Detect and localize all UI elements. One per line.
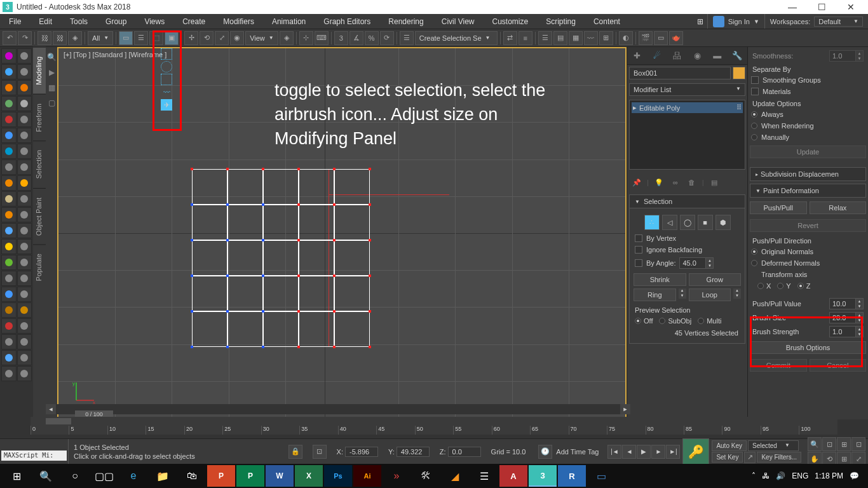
lock-icon[interactable]: 🔒 [288, 445, 302, 459]
tab-motion-icon[interactable]: ◉ [689, 49, 705, 63]
edit-named-sel-button[interactable]: ☰ [400, 31, 414, 45]
timeline-slider[interactable] [46, 418, 71, 424]
left-tool-icon[interactable] [1, 366, 17, 381]
close-button[interactable]: ✕ [836, 0, 865, 14]
by-angle-spinner[interactable]: ▲▼ [679, 257, 714, 269]
left-tool-icon[interactable] [17, 175, 32, 191]
menu-graph-editors[interactable]: Graph Editors [315, 14, 379, 29]
left-tool-icon[interactable] [17, 302, 32, 318]
left-tool-icon[interactable] [1, 350, 17, 365]
select-button[interactable]: ▭ [119, 31, 133, 45]
left-tool-icon[interactable] [17, 159, 32, 175]
relax-button[interactable]: Relax [810, 201, 867, 214]
grow-button[interactable]: Grow [689, 273, 742, 286]
taskview-button[interactable]: ▢▢ [90, 465, 118, 487]
coord-system-dropdown[interactable]: View▼ [245, 31, 278, 45]
snap-3d-button[interactable]: 3 [334, 31, 348, 45]
scene-explorer-button[interactable]: ▤ [553, 31, 567, 45]
app-icon[interactable]: ☰ [470, 465, 498, 487]
render-frame-button[interactable]: ▭ [654, 31, 668, 45]
vtab-populate[interactable]: Populate [33, 244, 46, 290]
lasso-icon[interactable]: 〰 [161, 86, 172, 98]
menu-file[interactable]: File [0, 14, 30, 29]
update-button[interactable]: Update [750, 146, 866, 158]
3dsmax-taskbar-icon[interactable]: 3 [529, 465, 557, 487]
bind-button[interactable]: ◈ [68, 31, 82, 45]
left-tool-icon[interactable] [1, 175, 17, 191]
ring-button[interactable]: Ring [634, 288, 676, 301]
ignore-backfacing-checkbox[interactable]: Ignore Backfacing [634, 244, 741, 255]
left-tool-icon[interactable] [17, 334, 32, 349]
store-icon[interactable]: 🛍 [178, 465, 206, 487]
menu-views[interactable]: Views [135, 14, 173, 29]
tab-modify-icon[interactable]: ☄ [649, 49, 665, 63]
key-filter-dropdown[interactable]: Selected▼ [748, 440, 799, 451]
goto-end-button[interactable]: ►| [666, 445, 680, 459]
left-tool-icon[interactable] [17, 80, 32, 95]
nav-icon[interactable]: ⊞ [837, 437, 851, 451]
redo-button[interactable]: ↷ [18, 31, 32, 45]
app-icon[interactable]: ▭ [587, 465, 615, 487]
nav-icon[interactable]: ⊡ [822, 437, 836, 451]
key-filters-button[interactable]: Key Filters... [757, 452, 801, 463]
left-tool-icon[interactable] [1, 287, 17, 302]
left-tool-icon[interactable] [1, 223, 17, 238]
grid-icon[interactable]: ▦ [47, 81, 56, 94]
render-button[interactable]: 🫖 [669, 31, 683, 45]
angle-snap-button[interactable]: ∡ [349, 31, 363, 45]
when-rendering-radio[interactable]: When Rendering [750, 120, 866, 132]
excel-icon[interactable]: X [295, 465, 323, 487]
left-tool-icon[interactable] [1, 159, 17, 175]
add-time-tag-button[interactable]: Add Time Tag [556, 448, 599, 456]
rotate-button[interactable]: ⟲ [200, 31, 214, 45]
select-name-button[interactable]: ☰ [134, 31, 148, 45]
modifier-list-dropdown[interactable]: Modifier List▼ [629, 83, 745, 96]
spinner-snap-button[interactable]: ⟳ [380, 31, 394, 45]
app-icon[interactable]: ◢ [441, 465, 469, 487]
material-editor-button[interactable]: ◐ [619, 31, 633, 45]
preview-off-radio[interactable]: Off [635, 317, 653, 325]
move-button[interactable]: ✢ [184, 31, 198, 45]
left-tool-icon[interactable] [17, 223, 32, 238]
ribbon-button[interactable]: ▦ [569, 31, 583, 45]
search-button[interactable]: 🔍 [32, 465, 60, 487]
left-tool-icon[interactable] [1, 191, 17, 207]
left-tool-icon[interactable] [17, 128, 32, 143]
app-icon[interactable]: » [383, 465, 410, 487]
tray-time[interactable]: 1:18 PM [815, 471, 843, 480]
left-tool-icon[interactable] [1, 255, 17, 270]
placement-button[interactable]: ◉ [230, 31, 244, 45]
manip-button[interactable]: ⊹ [299, 31, 313, 45]
link-button[interactable]: ⛓ [37, 31, 51, 45]
layers-button[interactable]: ☰ [538, 31, 552, 45]
x-coord[interactable]: -5.896 [345, 447, 378, 457]
vtab-freeform[interactable]: Freeform [33, 94, 46, 141]
tray-network-icon[interactable]: 🖧 [762, 471, 770, 480]
smoothing-groups-checkbox[interactable]: Smoothing Groups [750, 74, 866, 86]
set-key-button[interactable]: Set Key [712, 452, 743, 463]
left-tool-icon[interactable] [17, 112, 32, 127]
workspace-dropdown[interactable]: Default ▼ [814, 17, 863, 27]
timeline[interactable]: 0510152025303540455055606570758085909510… [31, 417, 837, 435]
play-button[interactable]: ▶ [637, 445, 651, 459]
vertex-level-button[interactable]: ∴ [644, 215, 660, 230]
sign-in[interactable]: Sign In ▼ [707, 14, 764, 29]
object-name-field[interactable]: Box001 [629, 67, 731, 79]
make-unique-icon[interactable]: ∞ [669, 176, 682, 189]
push-pull-button[interactable]: Push/Pull [750, 201, 807, 214]
left-tool-icon[interactable] [17, 64, 32, 79]
smoothness-spinner[interactable]: ▲▼ [829, 50, 864, 62]
y-coord[interactable]: 49.322 [397, 447, 430, 457]
box-icon[interactable]: ▢ [47, 97, 56, 109]
left-tool-icon[interactable] [17, 96, 32, 111]
unlink-button[interactable]: ⛓ [53, 31, 67, 45]
dotted-rect-icon[interactable] [161, 48, 172, 60]
undo-button[interactable]: ↶ [3, 31, 17, 45]
maxscript-listener[interactable]: MAXScript Mi: [1, 451, 67, 461]
tray-chevron-icon[interactable]: ˄ [752, 471, 756, 480]
modifier-toggle-icon[interactable]: ⠿ [736, 104, 742, 112]
left-tool-icon[interactable] [17, 144, 32, 159]
minimize-button[interactable]: — [778, 0, 807, 14]
menu-content[interactable]: Content [585, 14, 629, 29]
left-tool-icon[interactable] [17, 350, 32, 365]
